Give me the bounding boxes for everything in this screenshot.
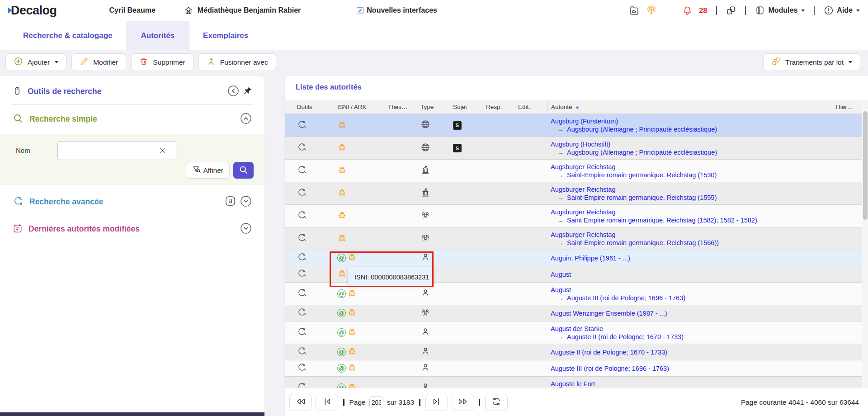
authority-link[interactable]: Auguste le Fort [551, 380, 595, 388]
ark-bug-icon[interactable] [347, 288, 357, 299]
search-again-icon[interactable] [297, 307, 307, 319]
library-selector[interactable]: Médiathèque Benjamin Rabier [184, 5, 301, 15]
table-row[interactable]: @August Wenzinger Ensemble (1987 - ...) [285, 305, 868, 321]
notifications-count[interactable]: 28 [699, 6, 707, 15]
tab-recherche-catalogage[interactable]: Recherche & catalogage [13, 21, 122, 50]
isni-icon[interactable]: @ [337, 289, 346, 298]
add-button[interactable]: Ajouter [5, 53, 66, 71]
previous-page-button[interactable] [316, 394, 338, 411]
ark-bug-icon[interactable] [337, 165, 347, 176]
ark-bug-icon[interactable] [337, 233, 347, 244]
link-icon[interactable] [726, 5, 736, 15]
last-modified-header[interactable]: Dernières autorités modifiées [0, 216, 264, 242]
isni-icon[interactable]: @ [337, 254, 346, 262]
documents-icon[interactable] [629, 5, 640, 16]
table-row[interactable]: @Auguste le Fort→Auguste II (roi de Polo… [285, 376, 868, 388]
authority-reference-link[interactable]: Auguste III (roi de Pologne; 1696 - 1763… [567, 294, 685, 302]
page-number-input[interactable] [369, 397, 383, 408]
authority-reference-link[interactable]: Saint-Empire romain germanique. Reichsta… [567, 194, 717, 201]
authority-link[interactable]: August [551, 271, 571, 278]
table-row[interactable]: SAugsburg (Fürstentum)→Augsbourg (Allema… [285, 114, 868, 137]
simple-search-header[interactable]: Recherche simple [0, 106, 264, 132]
isni-icon[interactable]: @ [337, 383, 346, 388]
ark-bug-icon[interactable] [347, 382, 357, 388]
user-name[interactable]: Cyril Beaume [109, 6, 156, 14]
advanced-search-header[interactable]: Recherche avancée [0, 189, 264, 215]
edit-button[interactable]: Modifier [71, 53, 126, 71]
new-interfaces-checkbox[interactable]: ✓ [357, 7, 363, 14]
search-again-icon[interactable] [297, 232, 307, 245]
ark-bug-icon[interactable] [347, 327, 357, 338]
authority-link[interactable]: Auguste III (roi de Pologne; 1696 - 1763… [551, 365, 669, 372]
ark-bug-icon[interactable] [347, 346, 357, 358]
table-row[interactable]: SAugsburg (Hochstift)→Augsbourg (Allemag… [285, 137, 868, 159]
merge-button[interactable]: Fusionner avec [198, 53, 276, 71]
ark-bug-icon[interactable] [337, 120, 347, 131]
fast-next-button[interactable] [452, 394, 474, 411]
column-header-type[interactable]: Type [410, 100, 443, 113]
table-row[interactable]: @August der Starke→Auguste II (roi de Po… [285, 321, 868, 344]
search-again-icon[interactable] [297, 288, 307, 300]
search-again-icon[interactable] [297, 165, 307, 177]
authority-link[interactable]: Auguin, Philippe (1961 - ...) [551, 255, 630, 262]
authority-reference-link[interactable]: Auguste II (roi de Pologne; 1670 - 1733) [567, 333, 684, 340]
batch-processing-button[interactable]: Traitements par lot [763, 53, 860, 71]
collapse-section-icon[interactable] [240, 113, 252, 126]
search-again-icon[interactable] [297, 346, 307, 358]
isni-icon[interactable]: @ [337, 364, 346, 373]
authority-link[interactable]: Augsburg (Hochstift) [551, 141, 610, 148]
clear-input-icon[interactable] [159, 147, 166, 156]
refresh-button[interactable] [485, 394, 508, 411]
name-input[interactable] [57, 141, 176, 160]
tab-autorites[interactable]: Autorités [126, 21, 189, 50]
column-header-isni[interactable]: ISNI / ARK [326, 100, 377, 113]
ark-bug-icon[interactable] [337, 269, 347, 280]
ark-bug-icon[interactable] [347, 252, 357, 264]
app-logo[interactable]: Decalog [8, 4, 57, 18]
pin-icon[interactable] [243, 86, 252, 97]
search-again-icon[interactable] [297, 187, 307, 199]
authority-reference-link[interactable]: Saint Empire romain germanique. Reichsta… [567, 217, 757, 224]
search-again-icon[interactable] [297, 210, 307, 222]
collapse-panel-icon[interactable] [227, 85, 239, 99]
authority-reference-link[interactable]: Saint-Empire romain germanique. Reichsta… [567, 171, 717, 179]
expand-section-icon[interactable] [240, 195, 252, 209]
column-header-thes[interactable]: Thés… [377, 100, 410, 113]
search-again-icon[interactable] [297, 362, 307, 374]
search-again-icon[interactable] [297, 142, 307, 154]
authority-link[interactable]: Auguste II (roi de Pologne; 1670 - 1733) [551, 349, 667, 356]
search-submit-button[interactable] [233, 162, 254, 179]
column-header-autorite[interactable]: Autorité [547, 100, 832, 113]
table-row[interactable]: Augsburger Reichstag→Saint-Empire romain… [285, 159, 868, 182]
delete-button[interactable]: Supprimer [131, 53, 193, 71]
table-row[interactable]: @Auguin, Philippe (1961 - ...) [285, 250, 868, 266]
authority-reference-link[interactable]: Augsbourg (Allemagne ; Principauté ecclé… [567, 149, 717, 156]
authority-link[interactable]: Augsburg (Fürstentum) [551, 118, 618, 125]
isni-icon[interactable]: @ [337, 348, 346, 356]
ark-bug-icon[interactable] [347, 307, 357, 319]
vertical-scrollbar[interactable] [862, 100, 868, 416]
notifications-bell-icon[interactable] [682, 5, 693, 16]
table-row[interactable]: Augsburger Reichstag→Saint Empire romain… [285, 204, 868, 227]
authority-link[interactable]: August [551, 286, 571, 293]
ark-bug-icon[interactable] [337, 188, 347, 199]
search-again-icon[interactable] [297, 119, 307, 132]
table-row[interactable]: @Auguste III (roi de Pologne; 1696 - 176… [285, 360, 868, 376]
authority-link[interactable]: August Wenzinger Ensemble (1987 - ...) [551, 310, 667, 317]
authority-reference-link[interactable]: Augsbourg (Allemagne ; Principauté ecclé… [567, 126, 717, 133]
refine-button[interactable]: Affiner [186, 162, 230, 179]
column-header-resp[interactable]: Resp. [476, 100, 508, 113]
isni-icon[interactable]: @ [337, 309, 346, 317]
authority-link[interactable]: August der Starke [551, 325, 603, 332]
authority-link[interactable]: Augsburger Reichstag [551, 208, 615, 216]
authority-link[interactable]: Augsburger Reichstag [551, 231, 615, 238]
table-row[interactable]: @Auguste II (roi de Pologne; 1670 - 1733… [285, 344, 868, 360]
table-row[interactable]: Augsburger Reichstag→Saint-Empire romain… [285, 182, 868, 204]
bookmark-icon[interactable] [225, 195, 236, 208]
scrollbar-thumb[interactable] [863, 111, 868, 220]
isni-icon[interactable]: @ [337, 328, 346, 337]
modules-menu[interactable]: Modules [755, 5, 805, 15]
ark-bug-icon[interactable] [337, 142, 347, 154]
search-again-icon[interactable] [297, 382, 307, 388]
help-menu[interactable]: Aide [824, 5, 860, 15]
